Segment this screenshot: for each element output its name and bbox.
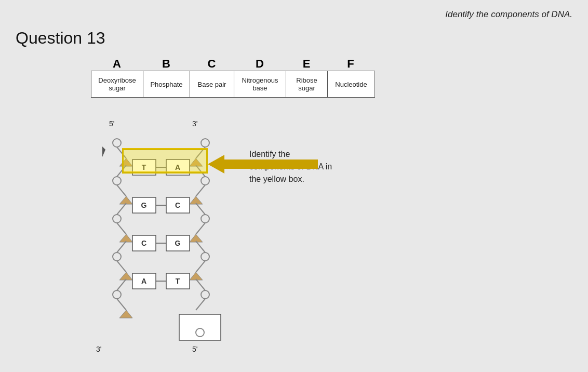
svg-text:G: G	[175, 239, 181, 247]
svg-point-19	[201, 139, 209, 147]
svg-point-12	[113, 253, 121, 261]
col-header-b: B	[143, 57, 190, 71]
svg-line-30	[196, 241, 205, 253]
svg-line-26	[196, 203, 205, 215]
col-header-e: E	[286, 57, 327, 71]
svg-line-17	[117, 299, 126, 310]
top-right-label: Identify the components of DNA.	[445, 9, 572, 20]
svg-line-32	[196, 261, 205, 272]
col-header-f: F	[327, 57, 374, 71]
option-cell-f[interactable]: Nucleotide	[328, 71, 375, 97]
question-title: Question 13	[16, 29, 105, 48]
svg-point-0	[113, 139, 121, 147]
identify-line3: the yellow box.	[249, 173, 332, 185]
svg-line-7	[117, 203, 126, 215]
svg-point-16	[113, 290, 121, 299]
svg-line-34	[196, 279, 205, 290]
label-5prime-top-left: 5'	[109, 119, 114, 128]
svg-line-36	[196, 299, 205, 310]
svg-marker-18	[119, 310, 132, 318]
options-table: A B C D E F Deoxyribose sugar Phosphate …	[91, 57, 375, 98]
col-header-c: C	[190, 57, 234, 71]
svg-line-11	[117, 241, 126, 253]
svg-point-35	[201, 290, 209, 299]
option-cell-b[interactable]: Phosphate	[143, 71, 190, 97]
svg-point-23	[201, 177, 209, 185]
options-cells: Deoxyribose sugar Phosphate Base pair Ni…	[91, 71, 375, 98]
label-3prime-top-right: 3'	[192, 119, 197, 128]
svg-line-24	[196, 185, 205, 196]
svg-text:C: C	[141, 239, 146, 247]
svg-line-28	[196, 223, 205, 234]
svg-text:C: C	[175, 201, 180, 209]
option-cell-c[interactable]: Base pair	[190, 71, 234, 97]
svg-text:G: G	[141, 201, 147, 209]
svg-line-9	[117, 223, 126, 234]
yellow-highlight-box	[122, 149, 208, 174]
svg-line-5	[117, 185, 126, 196]
svg-line-15	[117, 279, 126, 290]
option-cell-d[interactable]: Nitrogenous base	[234, 71, 286, 97]
svg-point-31	[201, 253, 209, 261]
arrow-indicator	[208, 155, 318, 174]
col-header-a: A	[91, 57, 143, 71]
svg-point-8	[113, 215, 121, 223]
col-header-d: D	[234, 57, 286, 71]
svg-marker-59	[102, 147, 105, 157]
svg-text:T: T	[176, 277, 180, 285]
option-cell-e[interactable]: Ribose sugar	[286, 71, 328, 97]
svg-point-4	[113, 177, 121, 185]
svg-point-27	[201, 215, 209, 223]
option-cell-a[interactable]: Deoxyribose sugar	[91, 71, 143, 97]
svg-text:A: A	[141, 277, 146, 285]
column-headers: A B C D E F	[91, 57, 375, 71]
svg-line-13	[117, 261, 126, 272]
